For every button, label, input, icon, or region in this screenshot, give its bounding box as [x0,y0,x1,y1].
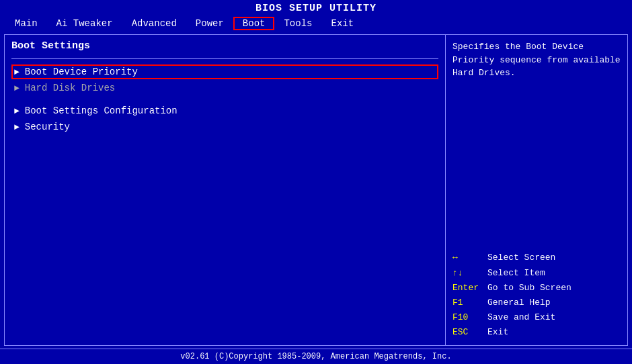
footer: v02.61 (C)Copyright 1985-2009, American … [0,349,632,364]
entry-arrow-2: ► [14,106,19,116]
key-row-3: F1General Help [452,295,621,310]
bios-container: BIOS SETUP UTILITY MainAi TweakerAdvance… [0,0,632,364]
key-desc-1: Select Item [487,266,545,281]
title-bar: BIOS SETUP UTILITY [0,0,632,15]
menu-entry-3[interactable]: ►Security [11,120,438,134]
left-panel: Boot Settings ►Boot Device Priority►Hard… [5,35,446,345]
main-content: Boot Settings ►Boot Device Priority►Hard… [4,34,628,346]
help-text: Specifies the Boot Device Priority seque… [452,40,621,80]
key-label-0: ↔ [452,251,485,265]
key-row-1: ↑↓Select Item [452,266,621,281]
menu-item-main[interactable]: Main [5,17,47,30]
entry-arrow-1: ► [14,83,19,93]
entry-label-2: Boot Settings Configuration [25,105,177,116]
right-panel: Specifies the Boot Device Priority seque… [446,35,627,345]
key-row-4: F10Save and Exit [452,310,621,325]
key-label-5: ESC [452,325,485,340]
key-desc-5: Exit [487,325,508,340]
key-desc-4: Save and Exit [487,310,555,325]
key-desc-2: Go to Sub Screen [487,281,571,295]
key-row-2: EnterGo to Sub Screen [452,281,621,295]
key-label-2: Enter [452,281,485,295]
menu-item-tools[interactable]: Tools [274,17,321,30]
key-row-0: ↔Select Screen [452,251,621,265]
section-title: Boot Settings [11,40,438,52]
key-row-5: ESCExit [452,325,621,340]
menu-group: ►Boot Device Priority►Hard Disk Drives►B… [11,64,438,134]
entry-label-3: Security [25,122,70,132]
menu-item-power[interactable]: Power [186,17,233,30]
key-label-4: F10 [452,310,485,325]
menu-item-exit[interactable]: Exit [321,17,363,30]
menu-bar: MainAi TweakerAdvancedPowerBootToolsExit [0,15,632,32]
menu-entry-0[interactable]: ►Boot Device Priority [11,64,438,79]
key-label-3: F1 [452,295,485,310]
menu-entry-2[interactable]: ►Boot Settings Configuration [11,103,438,118]
menu-entry-1[interactable]: ►Hard Disk Drives [11,81,438,95]
key-desc-0: Select Screen [487,251,555,265]
key-desc-3: General Help [487,295,551,310]
divider [11,58,438,59]
key-help: ↔Select Screen↑↓Select ItemEnterGo to Su… [452,251,621,340]
bios-title: BIOS SETUP UTILITY [255,3,377,14]
entry-label-1: Hard Disk Drives [25,83,115,93]
entry-arrow-0: ► [14,67,19,77]
menu-item-advanced[interactable]: Advanced [122,17,186,30]
entry-label-0: Boot Device Priority [25,66,138,77]
key-label-1: ↑↓ [452,266,485,281]
entry-arrow-3: ► [14,122,19,132]
menu-item-boot[interactable]: Boot [233,17,275,30]
footer-text: v02.61 (C)Copyright 1985-2009, American … [180,352,451,361]
menu-item-ai-tweaker[interactable]: Ai Tweaker [47,17,122,30]
